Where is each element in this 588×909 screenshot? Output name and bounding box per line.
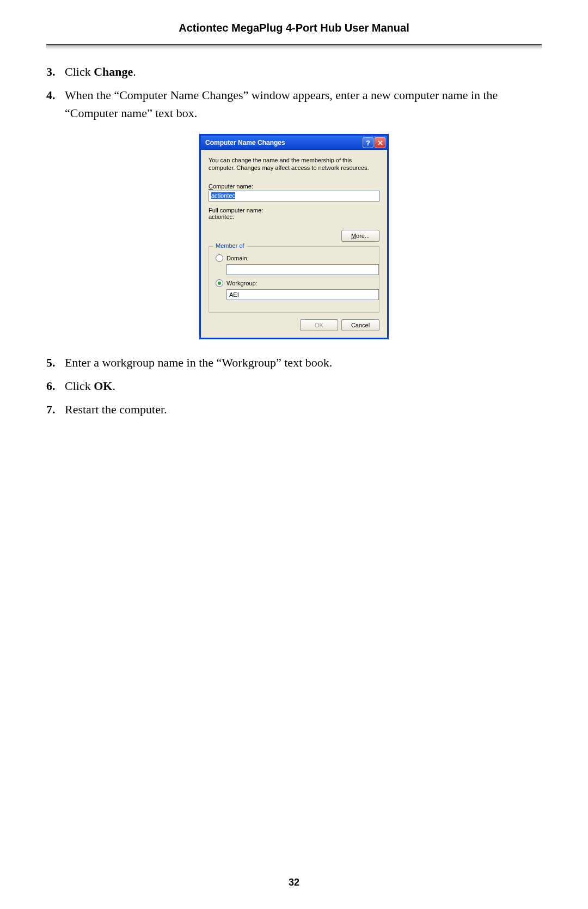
step-prefix: When the “Computer Name Changes” window … xyxy=(65,88,498,120)
step-text: When the “Computer Name Changes” window … xyxy=(65,86,542,122)
step-number: 6. xyxy=(46,377,65,395)
step-7: 7. Restart the computer. xyxy=(46,400,542,418)
member-of-groupbox: Member of Domain: Workgroup: xyxy=(209,246,379,313)
label-underline: W xyxy=(226,280,232,286)
step-text: Restart the computer. xyxy=(65,400,542,418)
step-suffix: . xyxy=(112,379,115,393)
cancel-button[interactable]: Cancel xyxy=(341,319,379,331)
close-icon[interactable]: ✕ xyxy=(375,137,385,148)
workgroup-input[interactable] xyxy=(226,289,379,300)
header-divider xyxy=(46,44,542,50)
label-rest: orkgroup: xyxy=(232,280,257,286)
page-number: 32 xyxy=(0,877,588,888)
ok-button[interactable]: OK xyxy=(300,319,338,331)
btn-rest: ore... xyxy=(356,233,370,239)
dialog-titlebar[interactable]: Computer Name Changes ? ✕ xyxy=(201,136,387,150)
step-prefix: Restart the computer. xyxy=(65,402,167,416)
label-rest: omain: xyxy=(231,255,249,261)
step-4: 4. When the “Computer Name Changes” wind… xyxy=(46,86,542,122)
label-underline: C xyxy=(209,183,213,190)
step-number: 5. xyxy=(46,353,65,371)
step-prefix: Click xyxy=(65,65,94,78)
more-button[interactable]: More... xyxy=(341,230,379,242)
workgroup-radio[interactable] xyxy=(216,279,223,287)
instruction-steps: 3. Click Change. 4. When the “Computer N… xyxy=(46,63,542,122)
step-6: 6. Click OK. xyxy=(46,377,542,395)
computer-name-input[interactable]: actiontec xyxy=(209,191,379,202)
step-suffix: . xyxy=(133,65,136,78)
member-of-legend: Member of xyxy=(213,242,247,249)
dialog-title: Computer Name Changes xyxy=(205,139,362,147)
step-text: Click Change. xyxy=(65,63,542,81)
full-computer-name-label: Full computer name: xyxy=(209,207,379,213)
workgroup-label: Workgroup: xyxy=(226,280,258,286)
domain-label: Domain: xyxy=(226,255,249,261)
help-icon[interactable]: ? xyxy=(363,137,373,148)
manual-title: Actiontec MegaPlug 4-Port Hub User Manua… xyxy=(46,22,542,34)
step-bold: Change xyxy=(94,65,133,78)
domain-radio-row[interactable]: Domain: xyxy=(216,254,372,262)
step-3: 3. Click Change. xyxy=(46,63,542,81)
workgroup-radio-row[interactable]: Workgroup: xyxy=(216,279,372,287)
computer-name-label: Computer name: xyxy=(209,183,379,190)
domain-input[interactable] xyxy=(226,264,379,275)
step-number: 3. xyxy=(46,63,65,81)
domain-radio[interactable] xyxy=(216,254,223,262)
step-5: 5. Enter a workgroup name in the “Workgr… xyxy=(46,353,542,371)
label-underline: D xyxy=(226,255,231,261)
step-prefix: Enter a workgroup name in the “Workgroup… xyxy=(65,356,332,369)
btn-underline: M xyxy=(351,233,356,239)
step-text: Enter a workgroup name in the “Workgroup… xyxy=(65,353,542,371)
full-computer-name-value: actiontec. xyxy=(209,213,379,220)
step-text: Click OK. xyxy=(65,377,542,395)
step-bold: OK xyxy=(94,379,112,393)
step-prefix: Click xyxy=(65,379,94,393)
computer-name-changes-dialog: Computer Name Changes ? ✕ You can change… xyxy=(199,134,389,339)
computer-name-value: actiontec xyxy=(211,192,235,199)
step-number: 4. xyxy=(46,86,65,122)
instruction-steps-continued: 5. Enter a workgroup name in the “Workgr… xyxy=(46,353,542,418)
label-rest: omputer name: xyxy=(213,183,253,190)
step-number: 7. xyxy=(46,400,65,418)
dialog-description: You can change the name and the membersh… xyxy=(209,156,379,172)
